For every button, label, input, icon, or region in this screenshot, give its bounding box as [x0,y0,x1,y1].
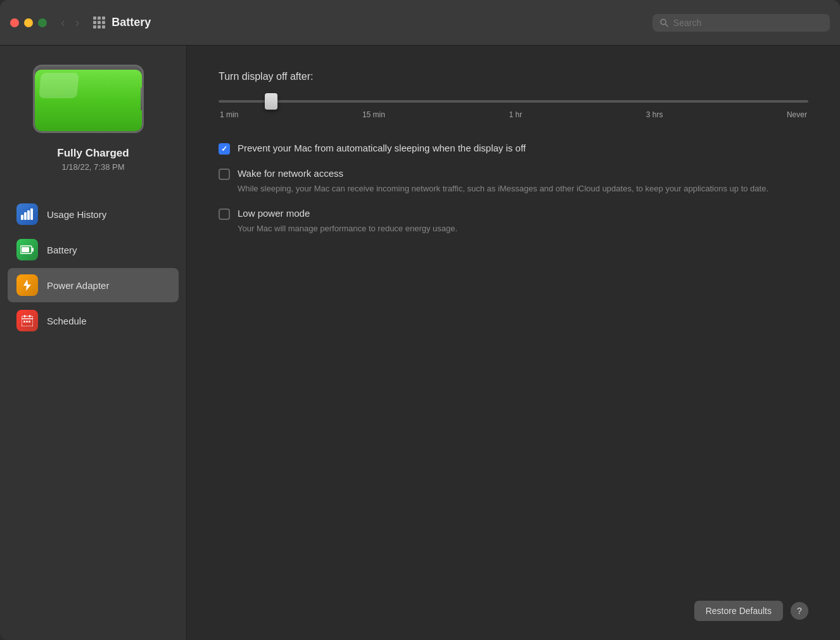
search-input[interactable] [673,18,822,28]
right-panel: Turn display off after: 1 min 15 min 1 h… [187,46,840,640]
restore-defaults-button[interactable]: Restore Defaults [694,601,783,621]
window-title: Battery [111,16,151,29]
option-prevent-sleep: Prevent your Mac from automatically slee… [219,142,808,155]
battery-status-label: Fully Charged [57,147,129,160]
battery-time-label: 1/18/22, 7:38 PM [57,162,129,172]
schedule-label: Schedule [47,316,87,326]
battery-nav-label: Battery [47,245,77,255]
sidebar-item-battery[interactable]: Battery [8,233,179,267]
slider-section: Turn display off after: 1 min 15 min 1 h… [219,71,808,119]
svg-rect-5 [30,208,33,220]
minimize-button[interactable] [24,18,33,27]
option-wake-network: Wake for network access While sleeping, … [219,167,808,195]
sidebar: Fully Charged 1/18/22, 7:38 PM Usage His… [0,46,187,640]
svg-rect-11 [22,318,33,319]
svg-rect-12 [24,315,25,317]
battery-body [33,65,144,133]
battery-fill [35,70,142,131]
battery-visual [33,65,153,134]
svg-rect-13 [29,315,30,317]
wake-network-text: Wake for network access While sleeping, … [238,167,808,195]
slider-label-1min: 1 min [220,110,238,119]
wake-network-checkbox[interactable] [219,169,230,180]
prevent-sleep-checkbox[interactable] [219,143,230,155]
bottom-bar: Restore Defaults ? [694,601,808,621]
prevent-sleep-text: Prevent your Mac from automatically slee… [238,142,808,155]
search-icon [660,18,668,27]
titlebar: ‹ › Battery [0,0,840,46]
wake-network-description: While sleeping, your Mac can receive inc… [238,182,808,195]
low-power-checkbox[interactable] [219,208,230,220]
wake-network-label: Wake for network access [238,167,808,180]
main-content: Fully Charged 1/18/22, 7:38 PM Usage His… [0,46,840,640]
maximize-button[interactable] [38,18,47,27]
svg-marker-9 [23,279,31,291]
slider-label-15min: 15 min [362,110,385,119]
option-low-power: Low power mode Your Mac will manage perf… [219,207,808,234]
svg-rect-7 [22,247,29,252]
close-button[interactable] [10,18,19,27]
slider-labels: 1 min 15 min 1 hr 3 hrs Never [219,110,808,119]
traffic-lights [10,18,47,27]
slider-label-never: Never [787,110,807,119]
svg-line-1 [665,23,668,26]
grid-icon[interactable] [93,16,105,29]
svg-rect-3 [24,212,27,220]
search-bar[interactable] [652,14,830,32]
display-off-slider[interactable] [219,100,808,103]
power-adapter-label: Power Adapter [47,280,109,291]
battery-status: Fully Charged 1/18/22, 7:38 PM [57,147,129,172]
svg-rect-8 [32,248,34,252]
sidebar-item-schedule[interactable]: Schedule [8,304,179,338]
slider-label: Turn display off after: [219,71,808,82]
help-button[interactable]: ? [791,602,808,620]
svg-rect-16 [29,321,30,323]
usage-history-icon [16,203,38,225]
forward-button[interactable]: › [72,13,84,32]
svg-rect-4 [27,210,30,220]
svg-rect-2 [21,215,23,220]
prevent-sleep-label: Prevent your Mac from automatically slee… [238,142,808,155]
back-button[interactable]: ‹ [57,13,69,32]
nav-buttons: ‹ › [57,13,83,32]
battery-nav-icon [16,239,38,260]
low-power-label: Low power mode [238,207,808,220]
sidebar-item-power-adapter[interactable]: Power Adapter [8,268,179,302]
battery-shine [39,73,79,98]
main-window: ‹ › Battery [0,0,840,640]
slider-label-1hr: 1 hr [509,110,522,119]
sidebar-item-usage-history[interactable]: Usage History [8,197,179,231]
low-power-description: Your Mac will manage performance to redu… [238,222,808,235]
power-adapter-icon [16,274,38,296]
low-power-text: Low power mode Your Mac will manage perf… [238,207,808,234]
usage-history-label: Usage History [47,209,106,220]
schedule-icon [16,310,38,331]
svg-rect-15 [26,321,28,323]
slider-label-3hrs: 3 hrs [646,110,663,119]
battery-terminal [141,87,144,110]
svg-rect-14 [23,321,25,323]
sidebar-nav: Usage History Battery [8,197,179,338]
